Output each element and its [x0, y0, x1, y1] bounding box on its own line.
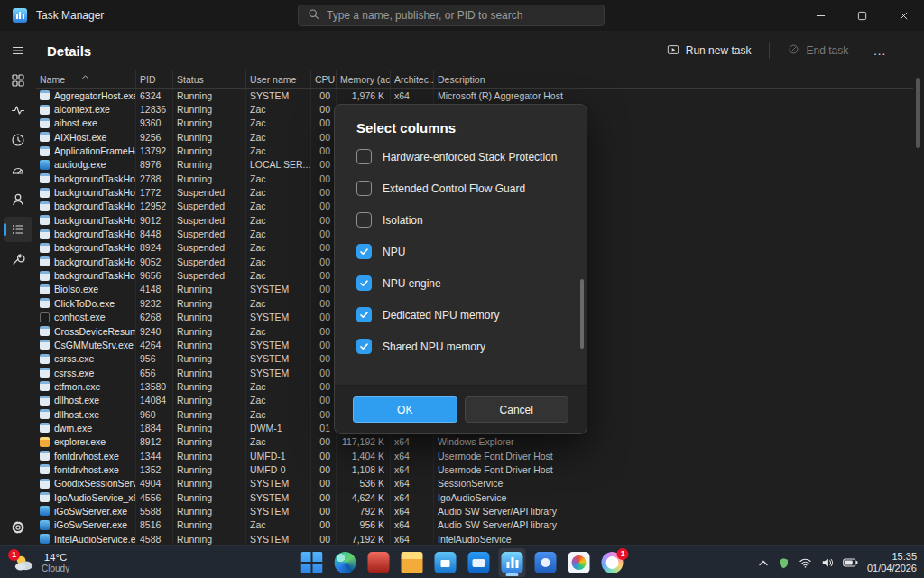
taskbar-edge-icon[interactable] — [332, 548, 359, 577]
battery-icon[interactable] — [843, 558, 858, 567]
column-header-status[interactable]: Status — [173, 70, 246, 88]
security-shield-icon[interactable] — [778, 557, 790, 569]
column-option[interactable]: Isolation — [356, 204, 565, 236]
process-status: Suspended — [173, 241, 246, 255]
checkbox[interactable] — [356, 339, 372, 354]
scrollbar-thumb[interactable] — [916, 78, 920, 148]
maximize-button[interactable] — [841, 0, 882, 31]
process-pid: 9012 — [136, 213, 173, 227]
ok-button[interactable]: OK — [353, 396, 457, 423]
taskbar-app-blue-icon[interactable] — [532, 548, 559, 577]
sidebar-item-settings[interactable] — [4, 515, 32, 540]
process-pid: 960 — [136, 407, 173, 421]
process-pid: 9240 — [136, 324, 173, 338]
column-header-cpu[interactable]: CPU — [311, 70, 337, 88]
table-row[interactable]: explorer.exe8912RunningZac00117,192 Kx64… — [36, 435, 913, 449]
sidebar-item-processes[interactable] — [4, 68, 32, 93]
column-option[interactable]: Shared NPU memory — [356, 331, 565, 362]
process-memory: 117,192 K — [337, 435, 391, 449]
table-row[interactable]: GoodixSessionServic...4904RunningSYSTEM0… — [36, 477, 913, 490]
checkbox[interactable] — [356, 307, 372, 322]
taskbar-outlook-icon[interactable] — [466, 548, 493, 577]
table-row[interactable]: iGoSwServer.exe5588RunningSYSTEM00792 Kx… — [36, 504, 913, 517]
task-manager-app-icon — [13, 8, 27, 23]
sidebar-item-menu[interactable] — [4, 38, 32, 63]
checkbox[interactable] — [356, 244, 372, 259]
process-name: csrss.exe — [36, 352, 136, 366]
process-name: iGoSwServer.exe — [36, 518, 136, 532]
task-manager-window: Task Manager Details Run new task — [0, 0, 924, 578]
process-icon — [40, 215, 50, 225]
checkbox[interactable] — [356, 212, 372, 228]
taskbar-task-manager-icon[interactable] — [499, 548, 526, 577]
process-memory: 536 K — [337, 477, 391, 490]
process-cpu: 00 — [311, 532, 337, 545]
column-header-username[interactable]: User name — [246, 70, 311, 88]
process-icon — [40, 534, 50, 544]
process-status: Running — [173, 504, 246, 517]
column-option[interactable]: Dedicated NPU memory — [356, 299, 565, 331]
column-header-architecture[interactable]: Architec... — [391, 70, 434, 88]
process-pid: 8924 — [136, 241, 173, 255]
process-name: dllhost.exe — [36, 394, 136, 407]
dialog-scrollbar[interactable] — [580, 279, 584, 349]
taskbar-copilot-icon[interactable]: 1 — [599, 548, 626, 577]
process-memory: 1,108 K — [337, 462, 391, 476]
volume-icon[interactable] — [821, 556, 834, 569]
column-option[interactable]: NPU — [356, 236, 565, 267]
process-status: Suspended — [173, 227, 246, 240]
sidebar-item-app-history[interactable] — [4, 127, 32, 153]
chevron-up-icon[interactable] — [758, 559, 769, 566]
search-box[interactable] — [298, 5, 605, 26]
taskbar-app-red-icon[interactable] — [365, 548, 393, 577]
toolbar: Run new task End task ... — [658, 38, 913, 64]
checkbox[interactable] — [356, 181, 372, 196]
column-option-label: Hardware-enforced Stack Protection — [383, 151, 557, 163]
close-button[interactable] — [882, 0, 924, 31]
run-new-task-button[interactable]: Run new task — [658, 38, 761, 64]
table-row[interactable]: AggregatorHost.exe6324RunningSYSTEM001,9… — [36, 89, 913, 102]
taskbar-start-icon[interactable] — [299, 548, 326, 577]
column-header-description[interactable]: Description — [434, 70, 913, 88]
sidebar-item-services[interactable] — [4, 247, 32, 272]
window-scrollbar[interactable] — [916, 76, 921, 542]
process-cpu: 00 — [311, 296, 337, 310]
minimize-button[interactable] — [799, 0, 841, 31]
widgets-weather-button[interactable]: 1 14°C Cloudy — [5, 548, 77, 577]
table-row[interactable]: IgoAudioService_x64...4556RunningSYSTEM0… — [36, 490, 913, 504]
more-options-button[interactable]: ... — [866, 39, 893, 63]
end-task-button[interactable]: End task — [779, 38, 857, 63]
table-row[interactable]: IntelAudioService.exe4588RunningSYSTEM00… — [36, 532, 913, 545]
process-pid: 4588 — [136, 532, 173, 545]
search-input[interactable] — [327, 9, 595, 22]
column-header-memory[interactable]: Memory (ac... — [337, 70, 391, 88]
sidebar-item-details[interactable] — [4, 217, 32, 242]
table-row[interactable]: iGoSwServer.exe8516RunningZac00956 Kx64A… — [36, 518, 913, 532]
process-cpu: 00 — [311, 255, 337, 268]
taskbar-store-icon[interactable] — [432, 548, 459, 577]
column-header-name[interactable]: Name — [36, 70, 136, 88]
column-option[interactable]: Extended Control Flow Guard — [356, 172, 565, 204]
process-pid: 9656 — [136, 268, 173, 282]
taskbar-file-explorer-icon[interactable] — [399, 548, 426, 577]
column-option[interactable]: Hardware-enforced Stack Protection — [356, 141, 565, 172]
sidebar-item-performance[interactable] — [4, 98, 32, 123]
column-option[interactable]: NPU engine — [356, 267, 565, 299]
wifi-icon[interactable] — [799, 557, 812, 569]
checkbox[interactable] — [356, 149, 372, 164]
cancel-button[interactable]: Cancel — [465, 396, 569, 423]
table-row[interactable]: fontdrvhost.exe1344RunningUMFD-1001,404 … — [36, 449, 913, 462]
process-memory: 956 K — [337, 518, 391, 532]
process-user: Zac — [246, 379, 311, 393]
table-row[interactable]: fontdrvhost.exe1352RunningUMFD-0001,108 … — [36, 462, 913, 476]
checkbox[interactable] — [356, 275, 372, 291]
sidebar-item-startup-apps[interactable] — [4, 157, 32, 182]
weather-icon: 1 — [13, 552, 35, 574]
process-name: IntelAudioService.exe — [36, 532, 136, 545]
process-icon — [40, 229, 50, 239]
sidebar-item-users[interactable] — [4, 187, 32, 212]
taskbar-photos-icon[interactable] — [566, 548, 593, 577]
clock[interactable]: 15:35 01/04/2026 — [867, 551, 917, 574]
column-header-pid[interactable]: PID — [136, 70, 173, 88]
process-description: Microsoft (R) Aggregator Host — [434, 89, 913, 102]
